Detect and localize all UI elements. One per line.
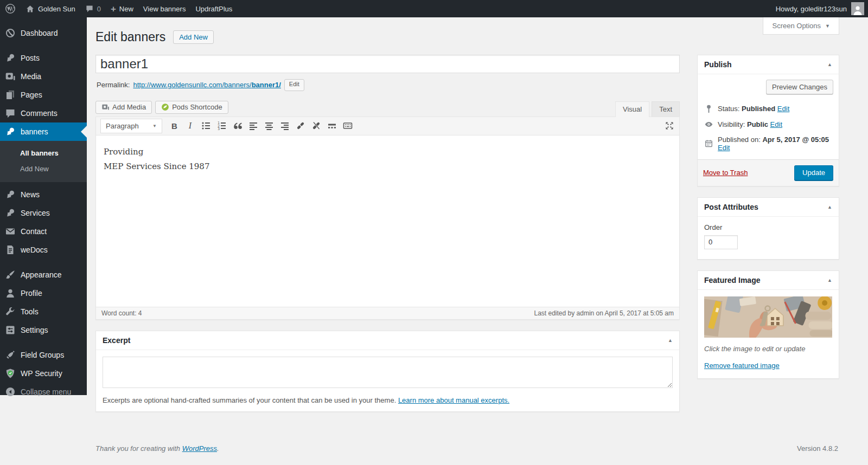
sidebar-item-label: News	[21, 190, 40, 199]
align-center-button[interactable]	[261, 119, 277, 133]
howdy-text: Howdy, goleditr123sun	[776, 5, 847, 13]
person-icon	[852, 4, 863, 15]
admin-bar-view-banners[interactable]: View banners	[138, 0, 191, 17]
read-more-icon	[327, 120, 337, 131]
wordpress-link[interactable]: WordPress	[182, 444, 217, 453]
comment-count: 0	[97, 5, 101, 13]
last-edited: Last edited by admin on April 5, 2017 at…	[534, 309, 674, 317]
sidebar-item-wp-security[interactable]: WP Security	[0, 364, 87, 383]
publish-panel-title: Publish	[704, 60, 732, 69]
screen-options-tab[interactable]: Screen Options ▼	[763, 17, 839, 35]
featured-image-thumbnail[interactable]	[704, 296, 832, 338]
move-to-trash-link[interactable]: Move to Trash	[703, 169, 748, 177]
editor-content[interactable]: Providing MEP Services Since 1987	[96, 135, 679, 307]
read-more-button[interactable]	[324, 119, 340, 133]
bold-button[interactable]: B	[167, 119, 182, 133]
sidebar-item-label: Tools	[21, 307, 39, 316]
sidebar-item-pages[interactable]: Pages	[0, 86, 87, 104]
edit-permalink-button[interactable]: Edit	[284, 79, 304, 91]
format-select[interactable]: Paragraph ▼	[100, 119, 162, 133]
sidebar-item-comments[interactable]: Comments	[0, 104, 87, 122]
align-right-button[interactable]	[277, 119, 292, 133]
subitem-label: All banners	[20, 149, 59, 157]
excerpt-help-link[interactable]: Learn more about manual excerpts.	[398, 396, 509, 404]
numbered-list-button[interactable]: 123	[214, 119, 229, 133]
updraftplus-label: UpdraftPlus	[195, 5, 232, 13]
sidebar-item-label: Media	[21, 72, 41, 81]
excerpt-panel-header[interactable]: Excerpt ▲	[96, 331, 679, 350]
align-left-icon	[248, 120, 259, 131]
add-new-button[interactable]: Add New	[173, 30, 214, 44]
align-right-icon	[279, 120, 290, 131]
panel-toggle-icon[interactable]: ▲	[827, 62, 832, 67]
edit-visibility-link[interactable]: Edit	[770, 120, 782, 128]
edit-status-link[interactable]: Edit	[777, 105, 789, 113]
admin-bar-account[interactable]: Howdy, goleditr123sun	[776, 0, 868, 17]
permalink-link[interactable]: http://www.goldensunllc.com/banners/bann…	[133, 81, 280, 89]
unlink-button[interactable]	[308, 119, 324, 133]
panel-toggle-icon[interactable]: ▲	[827, 204, 832, 210]
update-button[interactable]: Update	[794, 165, 833, 180]
tab-text[interactable]: Text	[652, 101, 680, 117]
sidebar-item-media[interactable]: Media	[0, 67, 87, 86]
editor-statusbar: Word count: 4 Last edited by admin on Ap…	[96, 307, 679, 319]
editor-line: Providing	[104, 145, 672, 159]
word-count: Word count: 4	[101, 309, 142, 317]
sidebar-item-services[interactable]: Services	[0, 204, 87, 222]
sidebar-item-label: Profile	[21, 289, 42, 298]
sidebar-item-posts[interactable]: Posts	[0, 49, 87, 67]
align-left-button[interactable]	[245, 119, 261, 133]
edit-published-link[interactable]: Edit	[718, 144, 730, 152]
envelope-icon	[5, 226, 16, 237]
footer-thanks-text: Thank you for creating with	[95, 444, 180, 453]
sidebar-item-label: Field Groups	[21, 351, 64, 359]
add-media-icon	[101, 103, 110, 111]
sidebar-item-settings[interactable]: Settings	[0, 321, 87, 339]
sidebar-item-collapse-menu[interactable]: Collapse menu	[0, 383, 87, 401]
italic-button[interactable]: I	[182, 119, 198, 133]
sidebar-item-tools[interactable]: Tools	[0, 302, 87, 321]
featured-image-header[interactable]: Featured Image ▲	[698, 271, 839, 290]
post-attributes-header[interactable]: Post Attributes ▲	[698, 198, 839, 217]
admin-bar-site-menu[interactable]: Golden Sun	[21, 0, 80, 17]
bullet-list-icon	[201, 120, 212, 131]
sidebar-item-contact[interactable]: Contact	[0, 222, 87, 241]
chevron-down-icon: ▼	[152, 124, 157, 128]
blockquote-button[interactable]	[229, 119, 245, 133]
order-input[interactable]	[704, 235, 738, 249]
calendar-icon	[704, 139, 713, 148]
admin-bar-comments[interactable]: 0	[80, 0, 106, 17]
permalink-label: Permalink:	[97, 81, 130, 89]
toolbar-toggle-button[interactable]	[340, 119, 355, 133]
pods-shortcode-button[interactable]: Pods Shortcode	[155, 101, 228, 114]
sidebar-item-label: WP Security	[21, 369, 62, 378]
sidebar-item-banners[interactable]: banners	[0, 122, 87, 141]
admin-bar-new[interactable]: + New	[106, 0, 138, 17]
wordpress-logo[interactable]	[0, 0, 21, 17]
sidebar-item-dashboard[interactable]: Dashboard	[0, 24, 87, 42]
excerpt-textarea[interactable]	[103, 357, 673, 388]
remove-featured-image-link[interactable]: Remove featured image	[704, 361, 780, 370]
sidebar-item-appearance[interactable]: Appearance	[0, 266, 87, 284]
status-pin-icon	[704, 104, 713, 113]
sidebar-item-wedocs[interactable]: weDocs	[0, 241, 87, 259]
link-button[interactable]	[292, 119, 308, 133]
bullet-list-button[interactable]	[198, 119, 214, 133]
panel-toggle-icon[interactable]: ▲	[668, 338, 673, 343]
fullscreen-button[interactable]	[661, 119, 677, 133]
sidebar-item-label: Comments	[21, 109, 58, 118]
featured-image-title: Featured Image	[704, 276, 760, 285]
publish-panel-header[interactable]: Publish ▲	[698, 55, 839, 74]
word-count-label: Word count:	[101, 309, 136, 317]
panel-toggle-icon[interactable]: ▲	[827, 277, 832, 283]
sidebar-item-profile[interactable]: Profile	[0, 284, 87, 302]
add-media-button[interactable]: Add Media	[95, 101, 152, 114]
sidebar-item-field-groups[interactable]: Field Groups	[0, 346, 87, 364]
tab-visual[interactable]: Visual	[615, 101, 649, 117]
preview-changes-button[interactable]: Preview Changes	[766, 80, 833, 94]
post-title-input[interactable]	[95, 55, 680, 73]
sidebar-subitem-all-banners[interactable]: All banners	[0, 145, 87, 161]
admin-bar-updraftplus[interactable]: UpdraftPlus	[190, 0, 237, 17]
sidebar-item-news[interactable]: News	[0, 185, 87, 204]
sidebar-subitem-add-new[interactable]: Add New	[0, 161, 87, 177]
